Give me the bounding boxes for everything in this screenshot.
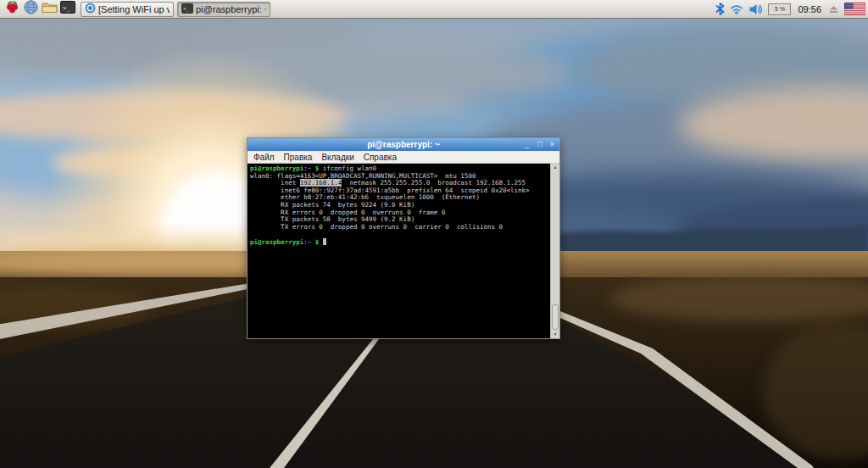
task-label: [Setting WiFi up vi... xyxy=(98,4,170,14)
terminal-window: pi@raspberrypi: ~ _ □ × Файл Правка Вкла… xyxy=(247,137,560,339)
window-menubar: Файл Правка Вкладки Справка xyxy=(248,151,559,164)
maximize-button[interactable]: □ xyxy=(536,139,543,150)
scroll-up-arrow[interactable]: ▲ xyxy=(551,164,559,171)
cpu-usage-label: 5 % xyxy=(775,6,785,12)
menu-item-edit[interactable]: Правка xyxy=(284,153,313,162)
window-title: pi@raspberrypi: ~ xyxy=(367,138,440,151)
terminal-icon: >_ xyxy=(60,1,75,17)
bluetooth-icon[interactable] xyxy=(715,3,725,15)
svg-text:>_: >_ xyxy=(183,6,189,12)
menu-item-help[interactable]: Справка xyxy=(364,153,397,162)
terminal-screen[interactable]: pi@raspberrypi:~ $ ifconfig wlan0wlan0: … xyxy=(248,164,559,338)
menu-item-file[interactable]: Файл xyxy=(253,153,275,162)
terminal-scrollbar[interactable]: ▲ ▼ xyxy=(550,164,559,338)
terminal-output: pi@raspberrypi:~ $ ifconfig wlan0wlan0: … xyxy=(248,164,550,338)
taskbar-task-terminal[interactable]: >_ pi@raspberrypi: ~ xyxy=(177,2,270,17)
close-button[interactable]: × xyxy=(548,139,556,150)
us-keyboard-flag-icon[interactable] xyxy=(844,3,865,15)
terminal-icon: >_ xyxy=(181,3,193,15)
eject-icon[interactable] xyxy=(828,3,839,14)
taskbar: >_ [Setting WiFi up vi... >_ pi@r xyxy=(0,0,868,19)
task-label: pi@raspberrypi: ~ xyxy=(196,4,266,14)
wifi-icon[interactable] xyxy=(730,3,743,15)
taskbar-task-browser[interactable]: [Setting WiFi up vi... xyxy=(81,2,174,17)
globe-icon xyxy=(24,0,38,18)
terminal-line: TX errors 0 dropped 0 overruns 0 carrier… xyxy=(250,224,549,231)
raspberry-icon xyxy=(5,0,19,18)
terminal-launcher[interactable]: >_ xyxy=(58,1,77,18)
minimize-button[interactable]: _ xyxy=(523,139,531,150)
menu-item-tabs[interactable]: Вкладки xyxy=(321,153,353,162)
volume-icon[interactable] xyxy=(748,3,763,15)
app-menu-button[interactable] xyxy=(3,1,21,18)
svg-text:>_: >_ xyxy=(63,5,70,12)
window-controls: _ □ × xyxy=(523,138,556,151)
terminal-line: pi@raspberrypi:~ $ xyxy=(250,238,549,246)
system-tray: 5 % 09:56 xyxy=(715,3,865,15)
scrollbar-thumb[interactable] xyxy=(552,304,559,330)
folder-icon xyxy=(42,1,58,17)
cpu-monitor[interactable]: 5 % xyxy=(768,3,791,15)
file-manager-launcher[interactable] xyxy=(40,1,58,18)
desktop: >_ [Setting WiFi up vi... >_ pi@r xyxy=(0,0,868,468)
scroll-down-arrow[interactable]: ▼ xyxy=(551,331,559,338)
window-titlebar[interactable]: pi@raspberrypi: ~ _ □ × xyxy=(248,138,559,151)
terminal-cursor xyxy=(323,238,327,245)
chromium-icon xyxy=(85,3,96,15)
browser-launcher[interactable] xyxy=(21,1,40,18)
clock[interactable]: 09:56 xyxy=(796,4,823,14)
